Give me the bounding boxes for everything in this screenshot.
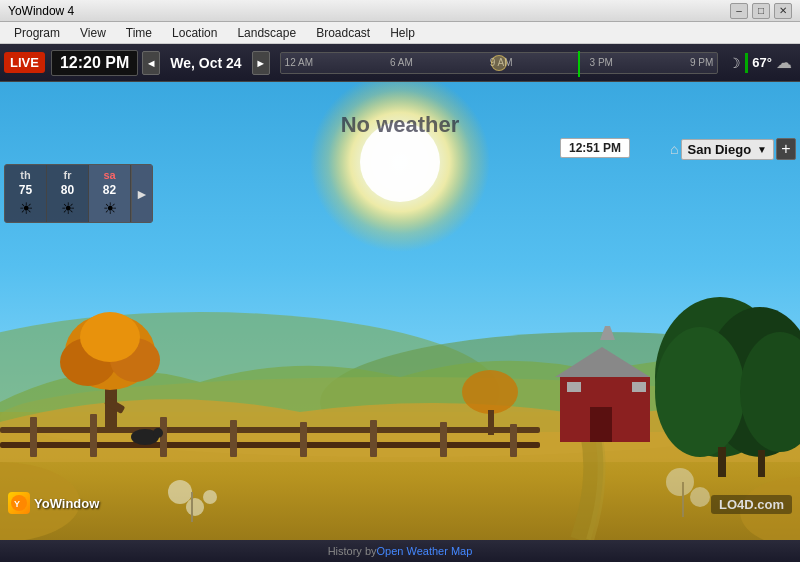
forecast-day-sat[interactable]: sa 82 ☀ xyxy=(89,165,131,222)
timeline-label-12am: 12 AM xyxy=(285,57,313,68)
timeline[interactable]: 12 AM 6 AM 9 AM 3 PM 9 PM xyxy=(280,52,719,74)
bottom-bar: History by Open Weather Map xyxy=(0,540,800,562)
menu-view[interactable]: View xyxy=(70,24,116,42)
temperature: 67° xyxy=(752,55,772,70)
timeline-cursor xyxy=(578,51,580,77)
svg-rect-19 xyxy=(300,422,307,457)
forecast-day-fri[interactable]: fr 80 ☀ xyxy=(47,165,89,222)
svg-point-42 xyxy=(203,490,217,504)
svg-point-36 xyxy=(462,370,518,414)
toolbar: LIVE 12:20 PM ◄ We, Oct 24 ► 12 AM 6 AM … xyxy=(0,44,800,82)
menu-location[interactable]: Location xyxy=(162,24,227,42)
moon-icon: ☽ xyxy=(728,55,741,71)
dropdown-arrow-icon: ▼ xyxy=(757,144,767,155)
time-indicator: 12:51 PM xyxy=(560,138,630,158)
location-selector[interactable]: San Diego ▼ xyxy=(681,139,774,160)
day-sat-temp: 82 xyxy=(103,183,116,197)
menu-broadcast[interactable]: Broadcast xyxy=(306,24,380,42)
svg-rect-14 xyxy=(0,442,540,448)
logo-icon: Y xyxy=(8,492,30,514)
timeline-label-9pm: 9 PM xyxy=(690,57,713,68)
svg-rect-28 xyxy=(632,382,646,392)
svg-rect-17 xyxy=(160,417,167,457)
svg-point-45 xyxy=(690,487,710,507)
menu-help[interactable]: Help xyxy=(380,24,425,42)
timeline-sun xyxy=(491,55,507,71)
svg-point-41 xyxy=(186,498,204,516)
location-name: San Diego xyxy=(688,142,752,157)
menu-time[interactable]: Time xyxy=(116,24,162,42)
location-bar: ⌂ San Diego ▼ + xyxy=(670,138,796,160)
svg-point-12 xyxy=(80,312,140,362)
svg-point-40 xyxy=(168,480,192,504)
svg-point-32 xyxy=(655,327,745,457)
svg-rect-34 xyxy=(718,447,726,477)
day-sat-label: sa xyxy=(103,169,115,181)
day-fri-temp: 80 xyxy=(61,183,74,197)
svg-rect-35 xyxy=(758,450,765,477)
add-location-button[interactable]: + xyxy=(776,138,796,160)
bottom-prefix: History by xyxy=(328,545,377,557)
menu-program[interactable]: Program xyxy=(4,24,70,42)
forecast-panel: th 75 ☀ fr 80 ☀ sa 82 ☀ ► xyxy=(4,164,153,223)
svg-point-39 xyxy=(153,428,163,438)
open-weather-map-link[interactable]: Open Weather Map xyxy=(377,545,473,557)
lo4d-logo: LO4D.com xyxy=(711,495,792,514)
svg-rect-20 xyxy=(370,420,377,457)
svg-rect-21 xyxy=(440,422,447,457)
svg-rect-13 xyxy=(0,427,540,433)
prev-day-button[interactable]: ◄ xyxy=(142,51,160,75)
home-icon: ⌂ xyxy=(670,141,678,157)
title-bar: YoWindow 4 – □ ✕ xyxy=(0,0,800,22)
maximize-button[interactable]: □ xyxy=(752,3,770,19)
menu-bar: Program View Time Location Landscape Bro… xyxy=(0,22,800,44)
forecast-day-thu[interactable]: th 75 ☀ xyxy=(5,165,47,222)
timeline-label-3pm: 3 PM xyxy=(590,57,613,68)
svg-rect-16 xyxy=(90,414,97,457)
logo-text: YoWindow xyxy=(34,496,99,511)
svg-text:Y: Y xyxy=(14,499,20,509)
scene: No weather th 75 ☀ fr 80 ☀ sa 82 ☀ ► 12:… xyxy=(0,82,800,540)
svg-rect-37 xyxy=(488,410,494,435)
svg-point-44 xyxy=(666,468,694,496)
svg-rect-46 xyxy=(682,482,684,517)
window-controls: – □ ✕ xyxy=(730,3,792,19)
current-date: We, Oct 24 xyxy=(162,55,249,71)
toolbar-right: ☽ 67° ☁ xyxy=(728,53,796,73)
no-weather-text: No weather xyxy=(341,112,460,138)
svg-rect-26 xyxy=(590,407,612,442)
svg-rect-18 xyxy=(230,420,237,457)
current-time: 12:20 PM xyxy=(51,50,138,76)
yowindow-logo: Y YoWindow xyxy=(8,492,99,514)
minimize-button[interactable]: – xyxy=(730,3,748,19)
next-day-button[interactable]: ► xyxy=(252,51,270,75)
day-thu-icon: ☀ xyxy=(19,199,33,218)
svg-rect-27 xyxy=(567,382,581,392)
forecast-more-button[interactable]: ► xyxy=(131,165,152,222)
green-bar xyxy=(745,53,748,73)
window-title: YoWindow 4 xyxy=(8,4,74,18)
svg-rect-22 xyxy=(510,424,517,457)
cloud-icon: ☁ xyxy=(776,53,792,72)
timeline-label-6am: 6 AM xyxy=(390,57,413,68)
menu-landscape[interactable]: Landscape xyxy=(227,24,306,42)
svg-rect-43 xyxy=(191,492,193,522)
close-button[interactable]: ✕ xyxy=(774,3,792,19)
day-thu-temp: 75 xyxy=(19,183,32,197)
live-badge: LIVE xyxy=(4,52,45,73)
svg-rect-15 xyxy=(30,417,37,457)
day-sat-icon: ☀ xyxy=(103,199,117,218)
day-thu-label: th xyxy=(20,169,30,181)
day-fri-icon: ☀ xyxy=(61,199,75,218)
day-fri-label: fr xyxy=(64,169,72,181)
